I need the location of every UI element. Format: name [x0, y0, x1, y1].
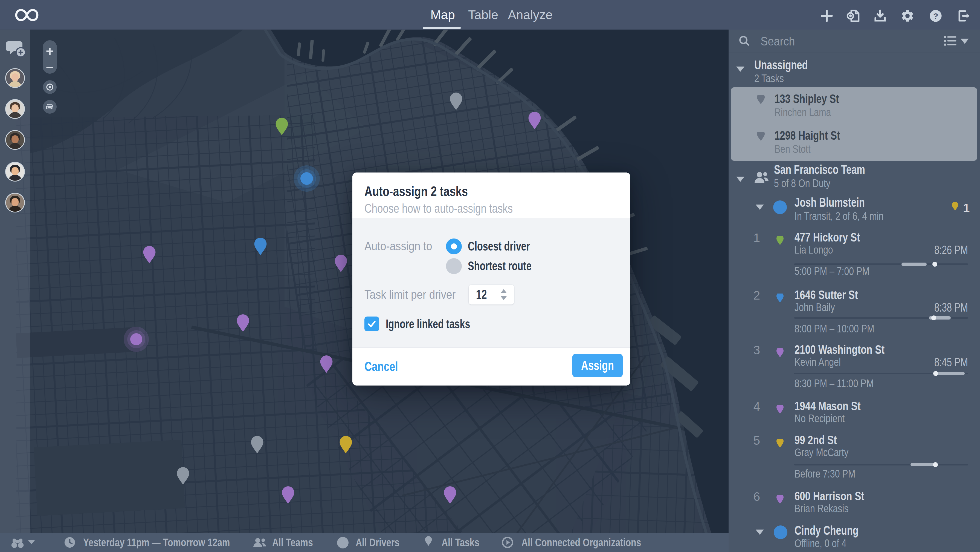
svg-text:?: ? [933, 11, 939, 21]
